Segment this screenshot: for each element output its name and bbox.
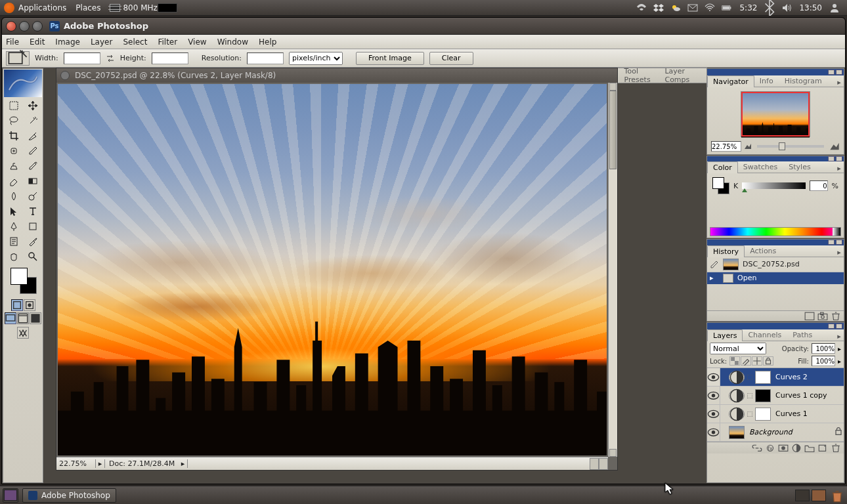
history-grip[interactable] [707,240,844,245]
standard-mode-button[interactable] [11,299,23,311]
layer-row[interactable]: ⬚ Curves 1 [707,405,844,423]
status-menu-arrow[interactable]: ▸ [96,459,105,468]
opacity-arrow-icon[interactable]: ▸ [838,345,841,352]
hand-tool[interactable] [5,249,23,264]
panel-close-button[interactable] [836,240,842,245]
panel-minimize-button[interactable] [828,240,835,245]
lock-transparency-icon[interactable] [729,356,740,366]
menu-select[interactable]: Select [123,37,147,47]
healing-brush-tool[interactable] [5,144,23,158]
layer-mask-icon[interactable] [778,444,789,453]
layer-style-icon[interactable]: fx [765,444,775,453]
window-minimize-button[interactable] [19,21,30,32]
panel-close-button[interactable] [836,156,842,161]
menu-places[interactable]: Places [76,3,100,12]
resolution-input[interactable] [247,52,284,64]
document-canvas[interactable] [58,84,607,455]
history-brush-source-icon[interactable] [710,260,719,269]
path-selection-tool[interactable] [5,204,23,219]
layer-image-thumb[interactable] [729,426,745,439]
navigator-thumbnail[interactable] [741,91,810,137]
scroll-up-button[interactable] [609,83,617,91]
opacity-input[interactable] [812,343,835,354]
color-grip[interactable] [707,156,844,161]
hscroll-right-button[interactable] [599,458,608,470]
wifi-signal-icon[interactable] [705,3,715,13]
status-info-arrow[interactable]: ▸ [179,459,188,468]
navigator-zoom-input[interactable] [711,141,741,152]
front-image-button[interactable]: Front Image [356,52,424,65]
paths-tab[interactable]: Paths [787,329,818,341]
delete-state-icon[interactable] [831,311,841,320]
lasso-tool[interactable] [5,114,23,128]
window-maximize-button[interactable] [32,21,43,32]
blend-mode-select[interactable]: Normal [710,343,766,354]
swatches-tab[interactable]: Swatches [738,161,784,173]
history-brush-tool[interactable] [24,159,42,173]
weather-icon[interactable] [670,3,681,13]
vertical-scrollbar[interactable] [608,83,617,457]
layer-mask-thumb[interactable] [755,371,771,384]
document-close-button[interactable] [60,71,70,80]
color-menu-icon[interactable]: ▸ [835,164,844,173]
gradient-tool[interactable] [24,174,42,188]
fill-arrow-icon[interactable]: ▸ [838,358,841,365]
menu-filter[interactable]: Filter [158,37,177,47]
screen-standard-button[interactable] [5,312,16,324]
layer-visibility-icon[interactable] [707,368,720,386]
screen-full-menubar-button[interactable] [17,312,29,324]
delete-layer-icon[interactable] [831,444,841,453]
adjustment-layer-icon[interactable] [791,444,802,453]
menu-file[interactable]: File [6,37,19,47]
bluetooth-icon[interactable] [764,3,775,13]
layer-visibility-icon[interactable] [707,387,720,404]
new-layer-icon[interactable] [817,444,828,453]
history-step-open[interactable]: ▸ Open [707,272,844,284]
layer-mask-thumb[interactable] [755,389,771,402]
brush-tool[interactable] [24,144,42,158]
layer-row[interactable]: ⬚ Curves 2 [707,368,844,387]
zoom-tool[interactable] [24,249,42,264]
resolution-unit-select[interactable]: pixels/inch [289,52,343,65]
quickmask-mode-button[interactable] [24,299,35,311]
mail-icon[interactable] [687,3,698,13]
lock-position-icon[interactable] [752,356,762,366]
new-snapshot-icon[interactable] [817,311,828,320]
workspace-1[interactable] [795,490,810,501]
taskbar-task-photoshop[interactable]: Adobe Photoshop [22,488,116,503]
menu-view[interactable]: View [188,37,206,47]
panel-close-button[interactable] [836,324,842,329]
history-tab[interactable]: History [707,245,745,257]
slice-tool[interactable] [24,129,42,143]
scroll-thumb[interactable] [609,91,617,169]
layer-visibility-icon[interactable] [707,405,720,423]
battery-icon[interactable] [722,3,732,13]
menu-layer[interactable]: Layer [91,37,112,47]
layer-name[interactable]: Curves 2 [773,373,844,381]
layer-mask-link-icon[interactable]: ⬚ [747,410,753,417]
dodge-tool[interactable] [24,189,42,203]
layers-menu-icon[interactable]: ▸ [835,332,844,341]
scroll-down-button[interactable] [609,449,617,457]
imageready-button[interactable] [17,327,29,339]
new-doc-from-state-icon[interactable] [804,311,815,320]
panel-minimize-button[interactable] [828,156,835,161]
clone-stamp-tool[interactable] [5,159,23,173]
color-spectrum[interactable] [710,227,841,236]
layers-tab[interactable]: Layers [707,329,743,341]
menu-applications[interactable]: Applications [18,3,66,12]
window-titlebar[interactable]: Ps Adobe Photoshop [2,18,845,35]
styles-tab[interactable]: Styles [783,161,816,173]
pen-tool[interactable] [5,219,23,234]
channels-tab[interactable]: Channels [743,329,787,341]
actions-tab[interactable]: Actions [745,245,782,257]
blur-tool[interactable] [5,189,23,203]
workspace-2[interactable] [812,490,826,501]
info-tab[interactable]: Info [754,75,779,87]
document-titlebar[interactable]: DSC_20752.psd @ 22.8% (Curves 2, Layer M… [56,68,617,83]
window-close-button[interactable] [6,21,16,32]
color-k-input[interactable] [810,180,828,191]
marquee-tool[interactable] [5,98,23,113]
eyedropper-tool[interactable] [24,234,42,249]
layer-name[interactable]: Background [747,428,833,436]
